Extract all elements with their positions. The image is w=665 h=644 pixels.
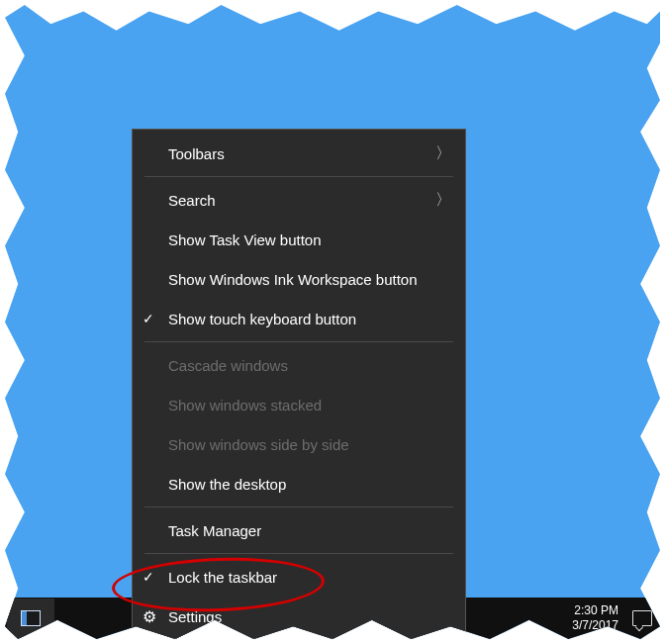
menu-label: Show windows side by side (168, 436, 451, 453)
menu-label: Show windows stacked (168, 397, 451, 414)
menu-label: Lock the taskbar (168, 569, 451, 586)
menu-separator (144, 341, 453, 342)
menu-item-cascade-windows: Cascade windows (133, 345, 465, 385)
menu-item-side-by-side: Show windows side by side (133, 424, 465, 464)
menu-label: Show Task View button (168, 231, 451, 248)
clock-date: 3/7/2017 (572, 618, 618, 633)
menu-separator (144, 506, 453, 507)
taskbar-system-tray: 2:30 PM 3/7/2017 (572, 603, 660, 633)
taskbar-app-button[interactable] (7, 598, 54, 638)
menu-item-settings[interactable]: ⚙ Settings (133, 597, 465, 636)
taskbar-clock[interactable]: 2:30 PM 3/7/2017 (572, 603, 618, 633)
menu-item-show-touch-keyboard[interactable]: ✓ Show touch keyboard button (133, 299, 465, 338)
menu-label: Show the desktop (168, 476, 451, 493)
menu-item-show-desktop[interactable]: Show the desktop (133, 464, 465, 504)
menu-item-toolbars[interactable]: Toolbars 〉 (133, 134, 465, 173)
menu-item-search[interactable]: Search 〉 (133, 180, 465, 220)
app-icon (21, 610, 41, 626)
action-center-icon[interactable] (632, 610, 652, 626)
chevron-right-icon: 〉 (435, 190, 451, 211)
gear-icon: ⚙ (142, 607, 168, 626)
menu-label: Search (168, 192, 435, 209)
checkmark-icon: ✓ (142, 569, 168, 585)
menu-separator (144, 176, 453, 177)
menu-label: Toolbars (168, 145, 435, 162)
menu-label: Show Windows Ink Workspace button (168, 271, 451, 288)
menu-label: Settings (168, 608, 451, 625)
clock-time: 2:30 PM (572, 603, 618, 618)
menu-item-lock-taskbar[interactable]: ✓ Lock the taskbar (133, 557, 465, 597)
menu-separator (144, 553, 453, 554)
menu-label: Task Manager (168, 522, 451, 539)
checkmark-icon: ✓ (142, 311, 168, 326)
menu-item-show-stacked: Show windows stacked (133, 385, 465, 424)
menu-label: Cascade windows (168, 357, 451, 374)
chevron-right-icon: 〉 (435, 143, 451, 164)
taskbar-context-menu: Toolbars 〉 Search 〉 Show Task View butto… (132, 129, 466, 639)
menu-label: Show touch keyboard button (168, 311, 451, 327)
menu-item-show-task-view[interactable]: Show Task View button (133, 220, 465, 259)
menu-item-task-manager[interactable]: Task Manager (133, 510, 465, 550)
menu-item-show-ink-workspace[interactable]: Show Windows Ink Workspace button (133, 259, 465, 299)
desktop-background: 2:30 PM 3/7/2017 Toolbars 〉 Search 〉 Sho… (5, 5, 660, 639)
